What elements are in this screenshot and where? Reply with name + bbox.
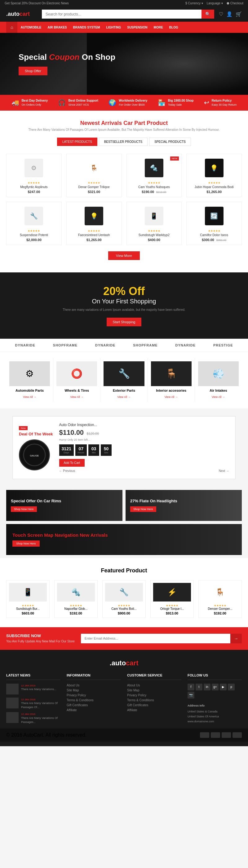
promo-banner-rims-button[interactable]: Shop Now Here bbox=[11, 506, 37, 512]
tab-bestseller[interactable]: Bestseller Products bbox=[99, 137, 148, 146]
brand-2[interactable]: Shopframe bbox=[53, 343, 78, 347]
newsletter-email-input[interactable] bbox=[81, 634, 230, 643]
featured-stars: ★★★★★ bbox=[57, 604, 95, 607]
nav-item-lighting[interactable]: Lighting bbox=[103, 23, 124, 32]
newsletter-submit-button[interactable]: → bbox=[230, 634, 242, 643]
logo[interactable]: .autocart bbox=[6, 11, 37, 18]
brand-5[interactable]: Dynaride bbox=[176, 343, 196, 347]
deal-left: New Deal Of The Week GAUGE bbox=[19, 425, 53, 470]
featured-name: Cam Youths Boli... bbox=[105, 607, 143, 611]
promo-banner-headlights-button[interactable]: Shop Now Here bbox=[130, 506, 156, 512]
footer-link[interactable]: Privacy Policy bbox=[67, 693, 121, 697]
category-interior-link[interactable]: View All → bbox=[165, 396, 178, 399]
search-button[interactable]: 🔍 bbox=[202, 10, 214, 19]
footer-link[interactable]: Site Map bbox=[127, 689, 181, 692]
feature-delivery-subtitle: On Orders Only bbox=[22, 103, 41, 106]
footer-news-date: 12 JAN 2016 bbox=[21, 713, 35, 716]
featured-card: ⚡ ★★★★★ Orlogir Torque l... $913.00 bbox=[150, 580, 194, 618]
youtube-icon[interactable]: ▶ bbox=[220, 684, 227, 690]
footer-link[interactable]: Privacy Policy bbox=[127, 693, 181, 697]
linkedin-icon[interactable]: in bbox=[204, 684, 211, 690]
facebook-icon[interactable]: f bbox=[188, 684, 194, 690]
newsletter-section: SUBSCRIBE NOW You Are Fully Update Any N… bbox=[0, 627, 248, 650]
search-input[interactable] bbox=[42, 10, 202, 19]
brand-4[interactable]: Shopframe bbox=[133, 343, 157, 347]
hero-cta-button[interactable]: Shop Offer bbox=[19, 67, 48, 75]
footer-link[interactable]: Site Map bbox=[67, 689, 121, 692]
featured-img: 📱 bbox=[9, 583, 47, 601]
wide-promo-button[interactable]: Shop Now Here bbox=[12, 540, 40, 547]
wishlist-icon[interactable]: ♡ bbox=[219, 11, 223, 17]
categories-section: ⚙ Automobile Parts View All → ⭕ Wheels &… bbox=[0, 352, 248, 408]
hero-title: Special Coupon On Shop bbox=[19, 52, 115, 62]
footer-link[interactable]: Terms & Conditions bbox=[127, 699, 181, 702]
footer-link[interactable]: Gift Certificates bbox=[127, 704, 181, 707]
account-icon[interactable]: 👤 bbox=[226, 11, 232, 17]
newsletter-title: SUBSCRIBE NOW bbox=[6, 633, 75, 638]
category-exterior-link[interactable]: View All → bbox=[118, 396, 131, 399]
footer-link[interactable]: Terms & Conditions bbox=[67, 699, 121, 702]
footer-link[interactable]: Affiliate bbox=[127, 708, 181, 712]
deal-prev[interactable]: ← Previous bbox=[59, 469, 75, 472]
products-section-subtitle: There Are Many Variations Of Passages Of… bbox=[6, 128, 242, 131]
category-air-link[interactable]: View All → bbox=[212, 396, 225, 399]
product-badge: NEW bbox=[170, 156, 179, 160]
nav-item-more[interactable]: More bbox=[151, 23, 166, 32]
featured-price: $192.00 bbox=[57, 612, 95, 615]
instagram-icon[interactable]: 📷 bbox=[188, 692, 194, 699]
featured-title: Featured Product bbox=[6, 567, 242, 574]
category-exterior-name: Exterior Parts bbox=[103, 389, 144, 392]
add-to-cart-button[interactable]: Add To Cart bbox=[59, 459, 85, 467]
cart-icon[interactable]: 🛒 bbox=[236, 11, 242, 17]
product-name: Suspendisse Potenti bbox=[10, 234, 58, 237]
currency-selector[interactable]: $ Currency ▾ bbox=[185, 2, 203, 5]
deal-inner: New Deal Of The Week GAUGE Auto Odor Ins… bbox=[19, 423, 229, 472]
feature-worldwide-subtitle: For Order Over $500 bbox=[119, 103, 145, 106]
pinterest-icon[interactable]: p bbox=[228, 684, 235, 690]
footer-news-title: Latest News bbox=[6, 673, 60, 680]
top-bar-message: Get Special 20% Discount On Electronic N… bbox=[5, 2, 69, 5]
product-name: Jubin Hopar Commoda Bodi bbox=[190, 185, 238, 189]
footer-link[interactable]: Gift Certificates bbox=[67, 704, 121, 707]
product-card: ⚙ ★★★★★ Megflyntic Aoplinuts $247.00 bbox=[6, 154, 62, 197]
brand-3[interactable]: Dynaride bbox=[95, 343, 115, 347]
category-automobile-link[interactable]: View All → bbox=[23, 396, 36, 399]
nav-item-airbrakes[interactable]: Air Brakes bbox=[44, 23, 70, 32]
footer-link[interactable]: About Us bbox=[127, 684, 181, 687]
deal-info: Auto Odor Inspection... $110.00 $120.00 … bbox=[59, 423, 229, 472]
footer-link[interactable]: About Us bbox=[67, 684, 121, 687]
product-price: $1,265.00 bbox=[190, 190, 238, 194]
footer-news-img bbox=[6, 712, 19, 723]
nav-item-blog[interactable]: Blog bbox=[166, 23, 181, 32]
feature-worldwide: 🌍 Worldwide Delivery For Order Over $500 bbox=[108, 98, 147, 107]
tab-special[interactable]: Special Products bbox=[149, 137, 191, 146]
category-wheels-link[interactable]: View All → bbox=[70, 396, 83, 399]
googleplus-icon[interactable]: g+ bbox=[212, 684, 219, 690]
footer-link[interactable]: Affiliate bbox=[67, 708, 121, 712]
nav-home[interactable]: ⌂ bbox=[6, 22, 18, 33]
start-shopping-button[interactable]: Start Shopping bbox=[106, 318, 142, 326]
products-section: Newest Arrivals Car Part Product There A… bbox=[0, 111, 248, 272]
brand-1[interactable]: Dynaride bbox=[15, 343, 35, 347]
brands-bar: Dynaride Shopframe Dynaride Shopframe Dy… bbox=[0, 339, 248, 352]
promo-banner-headlights: 27% Flate On Headlights Shop Now Here bbox=[126, 490, 242, 521]
search-bar: 🔍 bbox=[42, 10, 214, 19]
deal-next[interactable]: Next → bbox=[219, 469, 229, 472]
nav-item-automobile[interactable]: Automobile bbox=[18, 23, 44, 32]
tab-latest[interactable]: Latest Products bbox=[57, 137, 97, 146]
countdown: 3121 Days 07 Hours 03 Min 50 Sec bbox=[59, 444, 229, 456]
checkout-link[interactable]: ⬢ Checkout bbox=[227, 2, 243, 5]
footer-news-item: 12 JAN 2016 There Are Many Variations... bbox=[6, 684, 60, 694]
twitter-icon[interactable]: t bbox=[196, 684, 203, 690]
deal-gauge-img: GAUGE bbox=[19, 439, 50, 470]
category-exterior: 🔧 Exterior Parts View All → bbox=[100, 358, 148, 402]
language-selector[interactable]: Language ▾ bbox=[207, 2, 223, 5]
feature-support-title: Best Online Support bbox=[68, 98, 98, 103]
product-image: 🔄 bbox=[190, 205, 238, 227]
nav-item-brands[interactable]: Brands System bbox=[70, 23, 103, 32]
brand-6[interactable]: Prestige bbox=[213, 343, 233, 347]
view-more-button[interactable]: View More bbox=[108, 251, 140, 260]
nav-item-suspension[interactable]: Suspension bbox=[124, 23, 151, 32]
category-interior: 🪑 Interior accesories View All → bbox=[148, 358, 195, 402]
product-price: $321.00 bbox=[70, 190, 118, 194]
